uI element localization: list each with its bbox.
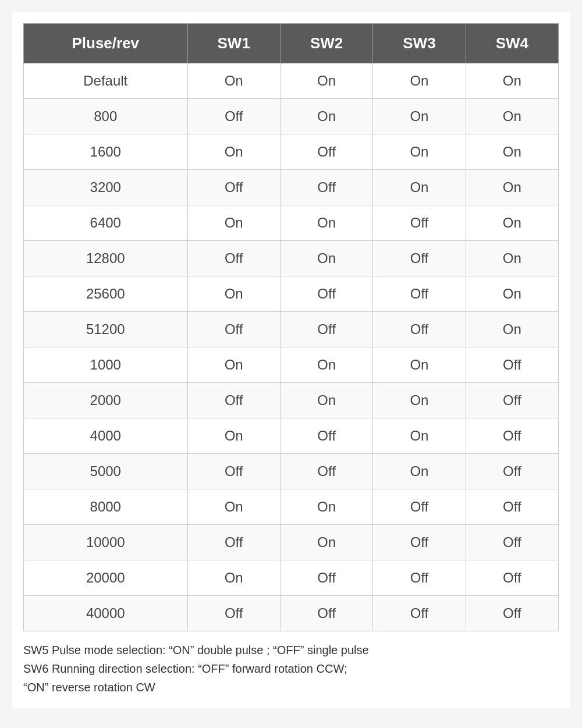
cell-2-0: 1600 [24,134,188,170]
cell-13-4: Off [466,525,558,560]
cell-4-3: Off [373,205,466,241]
cell-13-1: Off [187,525,280,560]
cell-4-1: On [187,205,280,241]
cell-10-4: Off [466,418,558,454]
table-row: 800OffOnOnOn [24,99,559,134]
cell-15-0: 40000 [24,596,188,631]
cell-2-3: On [373,134,466,170]
table-row: 10000OffOnOffOff [24,525,559,560]
cell-10-1: On [187,418,280,454]
footer-line3: “ON” reverse rotation CW [23,678,559,697]
cell-7-1: Off [187,312,280,347]
table-row: DefaultOnOnOnOn [24,63,559,99]
cell-5-1: Off [187,241,280,276]
cell-4-0: 6400 [24,205,188,241]
col-header-sw4: SW4 [466,24,558,63]
cell-3-3: On [373,170,466,205]
cell-9-4: Off [466,383,558,418]
cell-7-3: Off [373,312,466,347]
table-row: 8000OnOnOffOff [24,489,559,525]
cell-2-4: On [466,134,558,170]
cell-11-4: Off [466,454,558,489]
col-header-pulse: Pluse/rev [24,24,188,63]
cell-6-3: Off [373,276,466,312]
cell-10-2: Off [280,418,372,454]
cell-6-2: Off [280,276,372,312]
cell-14-2: Off [280,560,372,596]
cell-3-0: 3200 [24,170,188,205]
cell-1-2: On [280,99,372,134]
cell-14-0: 20000 [24,560,188,596]
cell-2-1: On [187,134,280,170]
cell-8-1: On [187,347,280,383]
cell-2-2: Off [280,134,372,170]
cell-6-4: On [466,276,558,312]
cell-5-0: 12800 [24,241,188,276]
table-row: 6400OnOnOffOn [24,205,559,241]
cell-14-1: On [187,560,280,596]
cell-3-1: Off [187,170,280,205]
cell-10-3: On [373,418,466,454]
cell-6-1: On [187,276,280,312]
cell-12-1: On [187,489,280,525]
cell-9-3: On [373,383,466,418]
cell-11-2: Off [280,454,372,489]
footer-line1: SW5 Pulse mode selection: “ON” double pu… [23,641,559,659]
table-row: 20000OnOffOffOff [24,560,559,596]
cell-12-2: On [280,489,372,525]
cell-11-3: On [373,454,466,489]
cell-13-3: Off [373,525,466,560]
cell-8-3: On [373,347,466,383]
cell-7-2: Off [280,312,372,347]
cell-0-4: On [466,63,558,99]
cell-9-1: Off [187,383,280,418]
cell-9-0: 2000 [24,383,188,418]
cell-1-0: 800 [24,99,188,134]
cell-8-2: On [280,347,372,383]
cell-15-2: Off [280,596,372,631]
cell-0-3: On [373,63,466,99]
table-row: 25600OnOffOffOn [24,276,559,312]
cell-13-0: 10000 [24,525,188,560]
cell-7-0: 51200 [24,312,188,347]
col-header-sw3: SW3 [373,24,466,63]
cell-3-4: On [466,170,558,205]
cell-15-4: Off [466,596,558,631]
cell-14-3: Off [373,560,466,596]
cell-5-4: On [466,241,558,276]
cell-8-4: Off [466,347,558,383]
cell-15-1: Off [187,596,280,631]
cell-1-4: On [466,99,558,134]
table-row: 1600OnOffOnOn [24,134,559,170]
cell-11-1: Off [187,454,280,489]
table-row: 5000OffOffOnOff [24,454,559,489]
col-header-sw1: SW1 [187,24,280,63]
cell-7-4: On [466,312,558,347]
col-header-sw2: SW2 [280,24,372,63]
cell-10-0: 4000 [24,418,188,454]
cell-12-3: Off [373,489,466,525]
cell-14-4: Off [466,560,558,596]
table-row: 3200OffOffOnOn [24,170,559,205]
footer-text: SW5 Pulse mode selection: “ON” double pu… [23,641,559,697]
cell-0-0: Default [24,63,188,99]
table-row: 40000OffOffOffOff [24,596,559,631]
table-row: 1000OnOnOnOff [24,347,559,383]
cell-12-0: 8000 [24,489,188,525]
table-row: 4000OnOffOnOff [24,418,559,454]
page-container: Pluse/rev SW1 SW2 SW3 SW4 DefaultOnOnOnO… [12,12,570,708]
cell-0-1: On [187,63,280,99]
cell-13-2: On [280,525,372,560]
cell-11-0: 5000 [24,454,188,489]
cell-6-0: 25600 [24,276,188,312]
cell-8-0: 1000 [24,347,188,383]
table-row: 51200OffOffOffOn [24,312,559,347]
cell-15-3: Off [373,596,466,631]
cell-4-2: On [280,205,372,241]
cell-5-2: On [280,241,372,276]
table-row: 2000OffOnOnOff [24,383,559,418]
cell-3-2: Off [280,170,372,205]
cell-9-2: On [280,383,372,418]
table-header-row: Pluse/rev SW1 SW2 SW3 SW4 [24,24,559,63]
table-row: 12800OffOnOffOn [24,241,559,276]
